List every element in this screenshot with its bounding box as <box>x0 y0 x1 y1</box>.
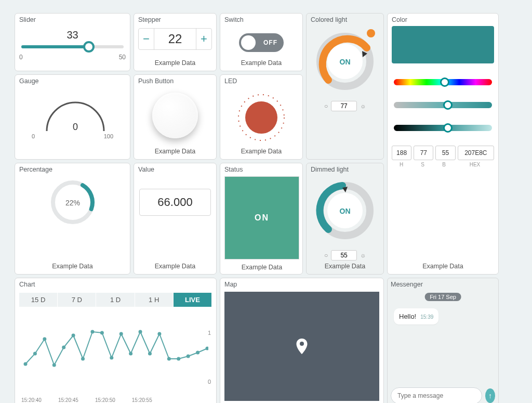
stepper-caption: Example Data <box>138 57 212 67</box>
chart-xtick: 15:20:45 <box>58 397 78 403</box>
messenger-widget: Messenger Fri 17 Sep Hello! 15:39 ↑ Exam… <box>387 278 499 403</box>
svg-point-9 <box>43 337 46 341</box>
messenger-input[interactable] <box>391 387 482 403</box>
svg-point-24 <box>187 355 190 358</box>
saturation-thumb[interactable] <box>443 100 453 110</box>
hue-slider[interactable] <box>394 79 492 85</box>
svg-point-7 <box>24 362 28 366</box>
brightness-thumb[interactable] <box>443 123 453 133</box>
hue-input[interactable] <box>392 146 411 160</box>
slider-fill <box>21 45 89 48</box>
led-widget: LED Example Data <box>220 74 303 160</box>
map-canvas[interactable] <box>224 292 379 401</box>
status-title: Status <box>224 166 299 174</box>
svg-point-19 <box>139 330 142 334</box>
hue-label: H <box>392 162 411 167</box>
saturation-slider[interactable] <box>394 102 492 108</box>
slider-thumb[interactable] <box>83 41 95 53</box>
dimmed-light-dial[interactable]: ON <box>311 175 379 242</box>
svg-point-12 <box>72 334 75 337</box>
svg-point-10 <box>52 363 56 367</box>
messenger-send-button[interactable]: ↑ <box>485 388 495 403</box>
chart-tabs: 15 D 7 D 1 D 1 H LIVE <box>19 293 212 307</box>
push-button[interactable] <box>152 93 198 138</box>
slider-title: Slider <box>19 17 126 24</box>
svg-point-23 <box>177 357 180 361</box>
saturation-input[interactable] <box>414 146 433 160</box>
slider-min: 0 <box>19 54 23 61</box>
chart-tab-1d[interactable]: 1 D <box>96 293 135 307</box>
hue-thumb[interactable] <box>440 77 449 87</box>
switch-label: OFF <box>263 39 277 46</box>
percentage-widget: Percentage 22% Example Data <box>15 163 130 275</box>
percentage-title: Percentage <box>19 166 126 174</box>
switch-caption: Example Data <box>224 57 298 67</box>
stepper-decrement-button[interactable]: − <box>139 29 154 49</box>
gauge-title: Gauge <box>19 78 126 85</box>
hex-input[interactable] <box>458 146 494 160</box>
switch-knob <box>241 35 256 50</box>
colored-light-input[interactable] <box>331 101 357 111</box>
slider-track[interactable] <box>21 45 124 48</box>
svg-point-16 <box>110 356 113 360</box>
stepper-increment-button[interactable]: + <box>196 29 211 49</box>
gauge-value: 0 <box>72 122 77 132</box>
svg-point-13 <box>81 357 85 361</box>
map-pin-icon <box>296 339 308 354</box>
value-display: 66.000 <box>139 189 211 216</box>
switch-toggle[interactable]: OFF <box>239 33 284 52</box>
colored-light-title: Colored light <box>311 17 379 24</box>
message-text: Hello! <box>399 313 416 320</box>
colored-light-status: ON <box>340 58 351 66</box>
off-icon: ○ <box>324 252 328 259</box>
led-title: LED <box>224 78 298 85</box>
chart-xtick: 15:20:55 <box>132 397 152 403</box>
dimmed-light-widget: Dimmed light ON ○ ☼ Example Data <box>306 163 384 275</box>
brightness-slider[interactable] <box>394 125 492 131</box>
brightness-label: B <box>434 162 454 167</box>
chart-title: Chart <box>19 281 212 289</box>
color-caption: Example Data <box>392 261 494 270</box>
chart-tab-live[interactable]: LIVE <box>174 293 212 307</box>
chart-widget: Chart 15 D 7 D 1 D 1 H LIVE 1 0 15:20:40… <box>15 278 217 403</box>
chart-xtick: 15:20:40 <box>21 397 42 403</box>
chart-tab-1h[interactable]: 1 H <box>135 293 174 307</box>
color-widget: Color H S B HEX Example Data <box>387 13 499 275</box>
gauge-arc: 0 <box>34 89 112 133</box>
percentage-value: 22% <box>65 199 79 207</box>
brightness-input[interactable] <box>435 146 455 160</box>
slider-widget: Slider 33 0 50 <box>15 13 130 71</box>
saturation-label: S <box>413 162 432 167</box>
gauge-widget: Gauge 0 0 100 <box>15 74 130 160</box>
slider-max: 50 <box>119 54 126 61</box>
brightness-icon: ☼ <box>360 252 366 259</box>
push-button-widget: Push Button Example Data <box>134 74 217 160</box>
map-title: Map <box>224 281 379 289</box>
status-label: ON <box>224 176 299 259</box>
dimmed-light-title: Dimmed light <box>311 166 379 174</box>
push-button-caption: Example Data <box>138 146 212 155</box>
svg-point-8 <box>33 352 37 356</box>
value-caption: Example Data <box>138 261 212 270</box>
switch-title: Switch <box>224 17 298 24</box>
svg-point-15 <box>100 331 104 335</box>
chart-xtick: 15:20:50 <box>95 397 115 403</box>
message-time: 15:39 <box>420 314 433 320</box>
map-widget: Map Example Data <box>220 278 384 403</box>
percentage-caption: Example Data <box>19 261 126 270</box>
chart-tab-15d[interactable]: 15 D <box>19 293 58 307</box>
dimmed-light-status: ON <box>340 207 351 215</box>
dimmed-light-input[interactable] <box>331 250 357 261</box>
colored-light-indicator <box>367 29 375 37</box>
gauge-max: 100 <box>104 133 113 139</box>
brightness-icon: ☼ <box>360 102 366 110</box>
gauge-min: 0 <box>32 133 35 139</box>
slider-value: 33 <box>19 29 126 41</box>
colored-light-widget: Colored light ON ○ ☼ <box>306 13 384 160</box>
messenger-message-bubble: Hello! 15:39 <box>394 308 438 324</box>
svg-point-25 <box>196 351 200 355</box>
send-arrow-icon: ↑ <box>488 392 492 400</box>
stepper-widget: Stepper − 22 + Example Data <box>134 13 217 71</box>
chart-tab-7d[interactable]: 7 D <box>58 293 96 307</box>
status-caption: Example Data <box>224 262 299 271</box>
